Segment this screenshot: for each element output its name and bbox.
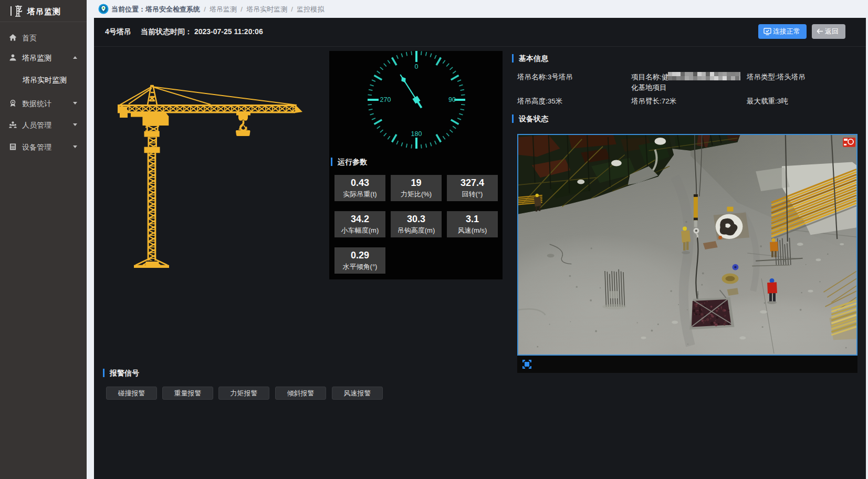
svg-text:90: 90: [448, 96, 456, 103]
svg-text:0: 0: [415, 63, 419, 70]
svg-text:180: 180: [411, 130, 422, 138]
svg-text:270: 270: [380, 96, 391, 103]
